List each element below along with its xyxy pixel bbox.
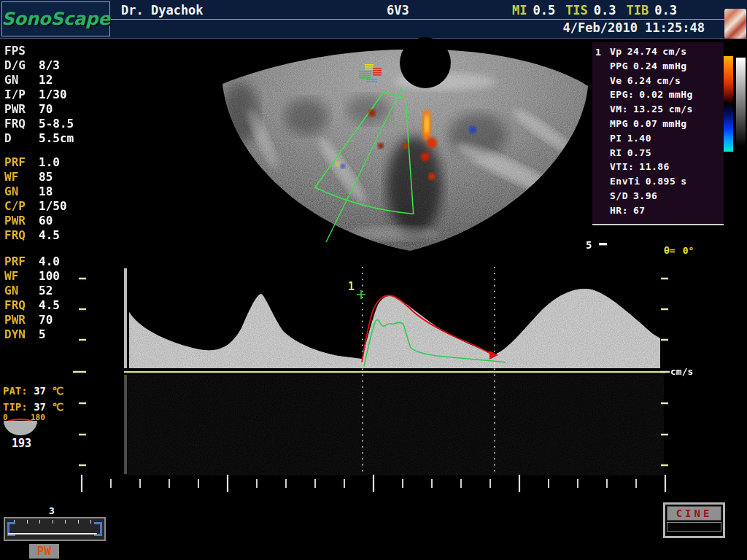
param-row: PWR70	[4, 313, 121, 327]
grayscale-bar	[736, 58, 746, 147]
gauge-value: 193	[12, 437, 31, 450]
param-row: PRF4.0	[4, 254, 121, 269]
review-thumbnail[interactable]	[724, 9, 746, 39]
depth-marker-label: 5	[586, 239, 592, 251]
gauge-disk	[4, 421, 37, 435]
measurement-row: RI0.75	[610, 147, 724, 162]
measurement-row: HR:67	[610, 205, 724, 219]
param-row: FPS	[4, 44, 121, 58]
measurement-row: PPG0.24mmHg	[610, 61, 724, 75]
param-row: PWR60	[4, 214, 121, 228]
depth-marker-dash	[599, 243, 607, 245]
probe-angle-gauge: 0 180 193	[1, 413, 48, 449]
measurement-row: EPG:0.02mmHg	[610, 89, 724, 104]
cine-button[interactable]: CINE	[663, 502, 725, 538]
measurement-index: 1	[595, 47, 601, 58]
theta-value: 0°	[683, 245, 694, 257]
param-row: D5.5cm	[4, 131, 121, 146]
ruler-range-line	[8, 533, 97, 534]
param-row: FRQ4.5	[4, 298, 121, 313]
param-row: D/G8/3	[4, 58, 121, 73]
param-row: GN12	[4, 73, 121, 88]
measurement-row: VTI:11.86	[610, 161, 724, 176]
theta-label: θ=	[664, 245, 676, 257]
measurement-row: VM:13.25cm/s	[610, 104, 724, 118]
spectral-measure-number: 1	[348, 280, 355, 293]
cine-ruler-value: 3	[49, 505, 55, 516]
measurement-row: Ve6.24cm/s	[610, 75, 724, 90]
measurement-row: Vp24.74cm/s	[610, 46, 724, 61]
color-doppler-params: PRF1.0 WF85 GN18 C/P1/50 PWR60 FRQ4.5	[4, 155, 121, 243]
param-row: WF100	[4, 269, 121, 284]
parameter-column: FPS D/G8/3 GN12 I/P1/30 PWR70 FRQ5-8.5 D…	[4, 44, 121, 342]
param-row: GN52	[4, 284, 121, 298]
param-row: PWR70	[4, 102, 121, 117]
measurement-panel: 1 Vp24.74cm/s PPG0.24mmHg Ve6.24cm/s EPG…	[592, 42, 724, 225]
param-row: I/P1/30	[4, 88, 121, 102]
param-row: FRQ5-8.5	[4, 117, 121, 131]
param-row: PRF1.0	[4, 155, 121, 170]
measurement-row: EnvTi0.895s	[610, 176, 724, 190]
param-row: DYN5	[4, 327, 121, 342]
param-row: GN18	[4, 184, 121, 199]
cine-button-label[interactable]: CINE	[667, 506, 721, 521]
pw-mode-button[interactable]: PW	[29, 544, 59, 559]
patient-temp: PAT: 37 ℃	[3, 385, 63, 401]
angle-readout: θ= 0°	[661, 245, 697, 257]
param-row: C/P1/50	[4, 199, 121, 214]
param-row: FRQ4.5	[4, 228, 121, 243]
measurement-row: MPG0.07mmHg	[610, 118, 724, 133]
cine-button-slot	[667, 522, 721, 532]
param-row: WF85	[4, 170, 121, 184]
doppler-colormap-bar	[724, 56, 733, 152]
probe-notch	[400, 37, 451, 88]
measurement-row: S/D3.96	[610, 190, 724, 205]
measurement-row: PI1.40	[610, 133, 724, 147]
pw-doppler-params: PRF4.0 WF100 GN52 FRQ4.5 PWR70 DYN5	[4, 254, 121, 342]
velocity-unit-label: cm/s	[670, 366, 693, 377]
bmode-params: FPS D/G8/3 GN12 I/P1/30 PWR70 FRQ5-8.5 D…	[4, 44, 121, 146]
cine-scroll-ruler[interactable]	[4, 517, 106, 541]
spectral-baseline[interactable]	[124, 371, 665, 373]
